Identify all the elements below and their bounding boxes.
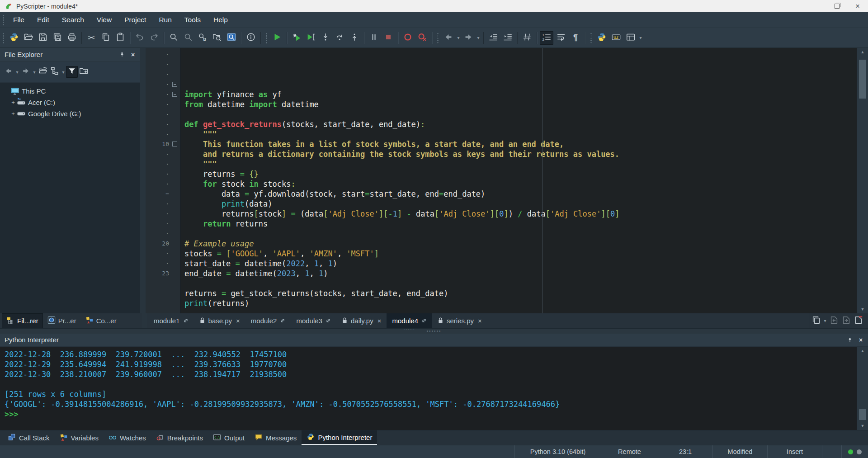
save-file-button[interactable] [36,31,50,45]
toolbar-grip[interactable] [437,33,439,43]
menu-file[interactable]: File [7,12,31,28]
find-in-files-button[interactable] [210,31,224,45]
close-tab-icon[interactable]: × [478,317,482,325]
close-tab-icon[interactable]: × [377,317,382,325]
editor-tab-module4[interactable]: module4 [387,313,432,328]
open-file-button[interactable] [22,31,35,45]
menu-run[interactable]: Run [152,12,178,28]
editor-scrollbar[interactable]: ▲ ▼ [857,48,868,313]
close-tab-icon[interactable]: × [236,317,240,325]
fold-column[interactable] [169,82,180,87]
tab-variables[interactable]: Variables [55,430,104,445]
window-layouts-button[interactable] [624,31,637,45]
dedent-button[interactable] [486,31,500,45]
step-out-button[interactable] [348,31,361,45]
dropdown-caret-icon[interactable]: ▾ [14,70,20,75]
dropdown-caret-icon[interactable]: ▾ [638,35,643,40]
clear-breakpoints-button[interactable] [415,31,429,45]
console-scrollbar[interactable]: ▲ ▼ [857,347,868,430]
explorer-tree-view-button[interactable] [49,66,61,78]
menu-project[interactable]: Project [118,12,152,28]
horizontal-splitter[interactable]: •••••• [0,329,868,334]
web-search-button[interactable] [225,31,238,45]
minimize-button[interactable]: – [806,0,826,12]
fold-collapse-icon[interactable] [172,92,177,97]
tree-item-google-drive-g-[interactable]: +Google Drive (G:) [0,108,140,119]
tab-output[interactable]: C:\Output [208,430,250,445]
redo-button[interactable] [147,31,161,45]
indent-button[interactable] [501,31,514,45]
tab-code-explorer[interactable]: Co...er [81,313,121,328]
fold-collapse-icon[interactable] [172,142,177,146]
word-wrap-button[interactable] [554,31,568,45]
info-button[interactable] [244,31,258,45]
cut-button[interactable]: ✂ [85,31,98,45]
save-all-button[interactable] [51,31,64,45]
explorer-open-target-button[interactable] [37,66,49,78]
interpreter-console[interactable]: 2022-12-28 236.889999 239.720001 ... 232… [0,347,857,430]
close-panel-icon[interactable]: × [128,50,137,59]
expand-icon[interactable]: + [10,99,16,106]
menu-help[interactable]: Help [207,12,234,28]
explorer-back-button[interactable] [3,66,14,78]
undo-button[interactable] [133,31,146,45]
tab-file-explorer[interactable]: Fil...rer [2,313,43,328]
copy-button[interactable] [99,31,113,45]
tab-breakpoints[interactable]: Breakpoints [151,430,208,445]
run-button[interactable] [270,31,284,45]
dropdown-caret-icon[interactable]: ▾ [476,35,481,40]
file-close-button[interactable] [852,315,864,327]
keyboard-shortcuts-button[interactable] [609,31,623,45]
explorer-forward-button[interactable] [20,66,32,78]
menu-edit[interactable]: Edit [31,12,56,28]
toolbar-grip[interactable] [2,33,5,43]
menu-tools[interactable]: Tools [178,12,207,28]
close-panel-icon[interactable]: × [856,335,865,345]
editor-scroll-thumb[interactable] [859,60,866,99]
nav-back-button[interactable] [442,31,455,45]
dropdown-caret-icon[interactable]: ▾ [32,70,37,75]
dropdown-caret-icon[interactable]: ▾ [61,70,66,75]
explorer-filter-button[interactable] [66,66,78,78]
step-over-button[interactable] [333,31,347,45]
step-into-button[interactable] [319,31,332,45]
expand-icon[interactable]: + [10,110,16,117]
editor-tab-module3[interactable]: module3 [291,313,336,328]
paste-button[interactable] [113,31,127,45]
menu-grip[interactable] [2,14,5,25]
nav-forward-button[interactable] [462,31,475,45]
pin-icon[interactable] [118,50,127,59]
pin-icon[interactable] [845,335,854,345]
toolbar-grip[interactable] [590,33,592,43]
tab-watches[interactable]: Watches [104,430,151,445]
fold-collapse-icon[interactable] [172,82,177,87]
vertical-splitter[interactable] [140,48,146,313]
scroll-down-icon[interactable]: ▼ [861,422,865,430]
dropdown-caret-icon[interactable]: ▾ [456,35,461,40]
menu-view[interactable]: View [90,12,118,28]
special-chars-button[interactable] [520,31,534,45]
pages-button[interactable] [810,315,822,327]
print-button[interactable] [65,31,79,45]
dropdown-caret-icon[interactable]: ▾ [822,318,828,323]
restore-button[interactable] [826,0,847,12]
scroll-up-icon[interactable]: ▲ [861,48,865,56]
replace-button[interactable]: B [196,31,209,45]
stop-button[interactable] [382,31,395,45]
new-python-button[interactable] [7,31,21,45]
menu-search[interactable]: Search [56,12,90,28]
close-button[interactable]: × [847,0,868,12]
debug-button[interactable] [290,31,303,45]
tab-call-stack[interactable]: Call Stack [3,430,55,445]
tab-project-explorer[interactable]: Pr...er [43,313,81,328]
scroll-down-icon[interactable]: ▼ [861,305,865,313]
scroll-up-icon[interactable]: ▲ [861,347,865,355]
editor-tab-module1[interactable]: module1 [148,313,194,328]
editor-code-area[interactable]: import yfinance as yffrom datetime impor… [181,48,857,313]
toggle-breakpoint-button[interactable] [401,31,415,45]
console-scroll-thumb[interactable] [859,409,866,420]
pilcrow-button[interactable]: ¶ [569,31,582,45]
tab-messages[interactable]: Messages [250,430,302,445]
python-engine-button[interactable] [595,31,609,45]
tab-python-interpreter[interactable]: Python Interpreter [302,430,377,445]
